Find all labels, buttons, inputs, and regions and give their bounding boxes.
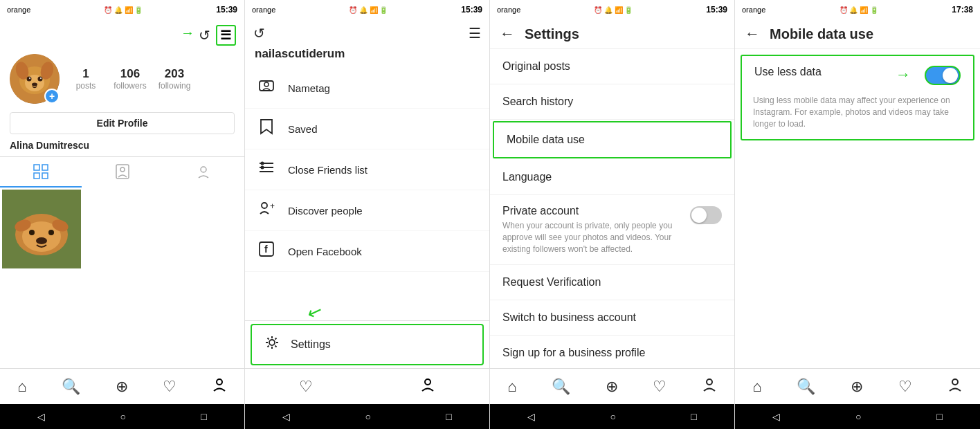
following-stat[interactable]: 203 following bbox=[158, 67, 191, 91]
nav-home-1[interactable]: ⌂ bbox=[17, 378, 26, 396]
nav-profile-4[interactable] bbox=[947, 377, 963, 396]
recents-soft-3[interactable]: □ bbox=[691, 411, 696, 422]
menu-history-icon[interactable]: ↺ bbox=[253, 25, 265, 42]
add-story-button[interactable]: + bbox=[44, 89, 60, 104]
settings-row-mobile-data[interactable]: Mobile data use ↗ bbox=[493, 121, 732, 158]
nav-profile-3[interactable] bbox=[702, 377, 717, 396]
svg-point-39 bbox=[707, 379, 712, 385]
bottom-nav-3: ⌂ 🔍 ⊕ ♡ bbox=[490, 368, 734, 404]
green-arrow-toggle: → bbox=[896, 66, 911, 84]
settings-row-private-account: Private account When your account is pri… bbox=[490, 195, 734, 265]
edit-profile-button[interactable]: Edit Profile bbox=[10, 112, 235, 134]
nav-add-1[interactable]: ⊕ bbox=[116, 378, 128, 396]
nav-profile-1[interactable] bbox=[212, 377, 227, 396]
svg-point-33 bbox=[262, 203, 267, 208]
tab-portrait[interactable] bbox=[82, 157, 163, 188]
svg-point-25 bbox=[217, 379, 222, 385]
svg-point-5 bbox=[27, 77, 32, 82]
menu-close-friends-label: Close Friends list bbox=[288, 164, 368, 176]
use-less-data-section: Use less data → Using less mobile data m… bbox=[741, 55, 974, 140]
facebook-icon: f bbox=[257, 241, 275, 262]
svg-point-8 bbox=[40, 77, 42, 79]
bottom-nav-1: ⌂ 🔍 ⊕ ♡ bbox=[0, 368, 244, 404]
nav-search-1[interactable]: 🔍 bbox=[62, 378, 80, 396]
recents-soft-4[interactable]: □ bbox=[936, 411, 942, 422]
android-nav-3: ◁ ○ □ bbox=[490, 404, 734, 429]
menu-item-saved[interactable]: Saved bbox=[245, 109, 489, 149]
photo-grid bbox=[0, 188, 244, 368]
nav-heart-1[interactable]: ♡ bbox=[163, 378, 176, 396]
back-soft-2[interactable]: ◁ bbox=[282, 411, 290, 422]
svg-rect-11 bbox=[42, 165, 48, 170]
back-soft-3[interactable]: ◁ bbox=[527, 411, 535, 422]
menu-item-facebook[interactable]: f Open Facebook bbox=[245, 231, 489, 272]
settings-section: Settings ↙ bbox=[245, 320, 489, 368]
nav-add-4[interactable]: ⊕ bbox=[851, 378, 863, 396]
history-icon[interactable]: ↺ bbox=[199, 27, 210, 44]
nav-heart-2[interactable]: ♡ bbox=[299, 378, 313, 396]
nav-heart-3[interactable]: ♡ bbox=[653, 378, 666, 396]
nav-search-3[interactable]: 🔍 bbox=[552, 378, 570, 396]
menu-item-nametag[interactable]: Nametag bbox=[245, 68, 489, 109]
home-soft-4[interactable]: ○ bbox=[855, 411, 861, 422]
hamburger-menu-icon[interactable]: ☰ bbox=[216, 25, 236, 46]
panel-settings: orange ⏰ 🔔 📶 🔋 15:39 ← Settings Original… bbox=[490, 0, 735, 429]
settings-row-request-verification[interactable]: Request Verification bbox=[490, 265, 734, 300]
svg-point-6 bbox=[38, 77, 43, 82]
back-soft-4[interactable]: ◁ bbox=[772, 411, 780, 422]
followers-label: followers bbox=[114, 81, 147, 91]
back-button-settings[interactable]: ← bbox=[500, 25, 515, 43]
nav-search-4[interactable]: 🔍 bbox=[797, 378, 815, 396]
use-less-data-toggle[interactable] bbox=[925, 66, 961, 85]
svg-text:f: f bbox=[264, 244, 268, 255]
nav-heart-4[interactable]: ♡ bbox=[898, 378, 912, 396]
recents-soft-2[interactable]: □ bbox=[446, 411, 451, 422]
settings-list: Original posts Search history Mobile dat… bbox=[490, 49, 734, 368]
settings-row-search-history[interactable]: Search history bbox=[490, 84, 734, 120]
nav-add-3[interactable]: ⊕ bbox=[606, 378, 618, 396]
menu-item-close-friends[interactable]: Close Friends list bbox=[245, 149, 489, 190]
status-bar-2: orange ⏰ 🔔 📶 🔋 15:39 bbox=[245, 0, 489, 19]
home-soft[interactable]: ○ bbox=[120, 411, 126, 422]
posts-stat: 1 posts bbox=[69, 67, 102, 91]
tab-grid[interactable] bbox=[0, 157, 82, 188]
settings-row-original-posts[interactable]: Original posts bbox=[490, 49, 734, 84]
mobile-data-title: Mobile data use bbox=[770, 26, 873, 42]
svg-point-38 bbox=[425, 379, 430, 385]
svg-point-31 bbox=[261, 162, 264, 165]
settings-row-language[interactable]: Language bbox=[490, 160, 734, 195]
use-less-data-label: Use less data bbox=[754, 66, 886, 78]
home-soft-3[interactable]: ○ bbox=[610, 411, 616, 422]
private-account-toggle[interactable] bbox=[690, 206, 722, 224]
menu-facebook-label: Open Facebook bbox=[288, 246, 362, 257]
menu-item-discover[interactable]: + Discover people bbox=[245, 190, 489, 231]
svg-text:+: + bbox=[270, 201, 275, 211]
settings-row-sign-up-business[interactable]: Sign up for a business profile bbox=[490, 336, 734, 368]
nav-home-3[interactable]: ⌂ bbox=[507, 378, 516, 396]
status-icons-4: ⏰ 🔔 📶 🔋 bbox=[840, 6, 878, 14]
settings-gear-icon bbox=[264, 335, 280, 354]
tab-tagged[interactable] bbox=[163, 157, 244, 188]
menu-hamburger-icon[interactable]: ☰ bbox=[469, 25, 481, 42]
back-button-mobile-data[interactable]: ← bbox=[745, 25, 760, 43]
settings-row-switch-business[interactable]: Switch to business account bbox=[490, 300, 734, 336]
menu-list: Nametag Saved Close Friend bbox=[245, 68, 489, 320]
svg-rect-13 bbox=[42, 173, 48, 179]
home-soft-2[interactable]: ○ bbox=[365, 411, 371, 422]
followers-count: 106 bbox=[114, 67, 147, 81]
android-nav-1: ◁ ○ □ bbox=[0, 404, 244, 429]
posts-label: posts bbox=[69, 81, 102, 91]
nav-profile-2[interactable] bbox=[420, 377, 435, 396]
grid-photo-1[interactable] bbox=[2, 190, 81, 268]
status-icons-1: ⏰ 🔔 📶 🔋 bbox=[104, 6, 143, 14]
menu-saved-label: Saved bbox=[288, 123, 318, 135]
back-soft[interactable]: ◁ bbox=[37, 411, 45, 422]
nav-home-4[interactable]: ⌂ bbox=[752, 378, 761, 396]
posts-count: 1 bbox=[69, 67, 102, 81]
svg-point-16 bbox=[201, 167, 206, 172]
followers-stat[interactable]: 106 followers bbox=[114, 67, 147, 91]
svg-point-37 bbox=[269, 340, 275, 345]
recents-soft[interactable]: □ bbox=[201, 411, 206, 422]
toggle-knob bbox=[943, 68, 958, 83]
settings-item[interactable]: Settings ↙ bbox=[251, 324, 484, 365]
